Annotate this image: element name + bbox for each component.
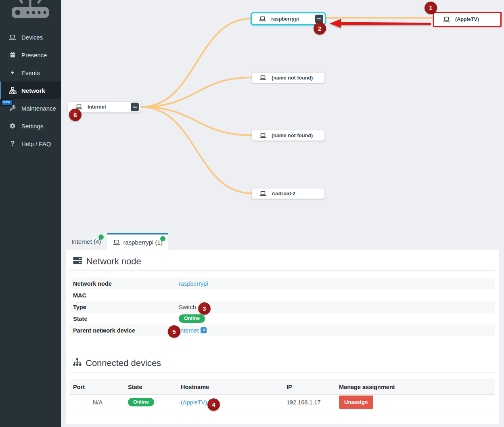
section-title-text: Network node — [86, 256, 141, 267]
sidebar-item-label: Help / FAQ — [21, 140, 51, 147]
sitemap-icon — [8, 87, 17, 94]
detail-row: MAC — [70, 289, 495, 301]
annotation-5: 5 — [168, 325, 180, 338]
detail-label: Network node — [70, 280, 179, 287]
sidebar-item-label: Settings — [21, 123, 43, 130]
column-header-hostname: Hostname — [178, 384, 284, 390]
sidebar: Devices Presence Events Network Maintena… — [0, 0, 61, 427]
column-header-state: State — [125, 384, 178, 390]
divider — [70, 270, 495, 271]
laptop-icon — [443, 17, 450, 22]
annotation-1: 1 — [425, 2, 437, 14]
sidebar-item-network[interactable]: Network — [0, 82, 61, 99]
sidebar-item-settings[interactable]: Settings — [0, 117, 61, 135]
sidebar-item-events[interactable]: Events — [0, 64, 61, 82]
laptop-icon — [113, 239, 120, 245]
node-label: (AppleTV) — [455, 17, 479, 22]
tab-internet[interactable]: Internet (4) — [66, 233, 107, 250]
parent-device-link[interactable]: Internet — [179, 327, 199, 334]
connected-devices-section-title: Connected devices — [73, 358, 499, 368]
online-dot — [98, 234, 104, 240]
collapse-minus-icon[interactable] — [315, 15, 323, 23]
laptop-icon — [259, 191, 266, 197]
topology-node-appletv[interactable]: (AppleTV) — [433, 12, 502, 27]
annotation-6: 6 — [69, 109, 82, 121]
wrench-icon — [8, 105, 17, 111]
laptop-icon — [8, 34, 17, 40]
annotation-2: 2 — [314, 22, 326, 35]
router-logo-icon — [10, 0, 50, 20]
connected-devices-table: Port State Hostname IP Manage assignment… — [70, 379, 495, 410]
sidebar-item-label: Events — [21, 69, 40, 76]
state-online-badge: Online — [128, 398, 154, 406]
detail-label: MAC — [70, 292, 179, 299]
red-arrow — [330, 19, 431, 28]
divider — [70, 372, 495, 373]
detail-label: State — [70, 316, 179, 322]
question-icon: ? — [8, 140, 17, 148]
sidebar-item-devices[interactable]: Devices — [0, 28, 61, 46]
section-title-text: Connected devices — [86, 358, 161, 368]
state-online-badge: Online — [179, 314, 205, 323]
node-label: raspberrypi — [271, 16, 299, 22]
detail-label: Type — [70, 304, 179, 310]
detail-panel: Network node Network node raspberrypi MA… — [66, 250, 499, 424]
node-label: (name not found) — [272, 75, 313, 81]
annotation-3: 3 — [198, 302, 211, 315]
sidebar-item-help[interactable]: ? Help / FAQ — [0, 135, 61, 153]
network-node-link[interactable]: raspberrypi — [179, 280, 208, 287]
server-icon — [73, 256, 83, 267]
column-header-port: Port — [70, 384, 125, 390]
topology-node-raspberrypi[interactable]: raspberrypi — [251, 12, 326, 25]
detail-row: Parent network device Internet — [70, 324, 495, 336]
laptop-icon — [259, 75, 266, 81]
detail-row: State Online — [70, 313, 495, 324]
sidebar-item-presence[interactable]: Presence — [0, 46, 61, 64]
annotation-4: 4 — [207, 398, 220, 411]
tab-raspberrypi[interactable]: raspberrypi (1) — [107, 233, 168, 250]
ip-value: 192.168.1.17 — [284, 399, 336, 406]
sidebar-item-label: Network — [21, 87, 45, 94]
node-label: Android-2 — [272, 191, 295, 197]
topology-node-android-2[interactable]: Android-2 — [252, 188, 325, 199]
unassign-button[interactable]: Unassign — [339, 396, 373, 409]
online-dot — [160, 236, 165, 241]
sidebar-item-label: Devices — [21, 34, 43, 41]
tab-label: Internet (4) — [71, 238, 101, 245]
table-header-row: Port State Hostname IP Manage assignment — [70, 379, 495, 395]
calendar-icon — [8, 52, 17, 58]
detail-label: Parent network device — [70, 327, 179, 334]
topology-node-unknown-1[interactable]: (name not found) — [252, 72, 325, 83]
network-node-details: Network node raspberrypi MAC Type Switch… — [70, 278, 495, 336]
network-topology: Internet raspberrypi (name not found) (n… — [61, 0, 504, 233]
type-value: Switch — [179, 304, 196, 310]
node-label: Internet — [88, 104, 106, 110]
laptop-icon — [259, 16, 266, 22]
detail-row: Network node raspberrypi — [70, 278, 495, 289]
sidebar-item-label: Presence — [21, 52, 47, 59]
laptop-icon — [259, 133, 266, 138]
bolt-icon — [8, 69, 17, 76]
column-header-manage: Manage assignment — [336, 384, 495, 390]
topology-node-unknown-2[interactable]: (name not found) — [252, 130, 325, 141]
collapse-minus-icon[interactable] — [131, 103, 139, 111]
network-node-section-title: Network node — [73, 256, 499, 267]
tab-label: raspberrypi (1) — [123, 239, 163, 246]
node-label: (name not found) — [272, 133, 313, 138]
new-badge: NEW — [1, 99, 13, 106]
hostname-link[interactable]: (AppleTV) — [181, 399, 207, 406]
detail-tabs: Internet (4) raspberrypi (1) — [66, 233, 169, 250]
sidebar-nav: Devices Presence Events Network Maintena… — [0, 28, 61, 153]
external-link-icon[interactable] — [201, 327, 207, 333]
sidebar-item-label: Maintenance — [21, 105, 56, 112]
table-row: N/A Online (AppleTV) 192.168.1.17 Unassi… — [70, 395, 495, 410]
port-value: N/A — [70, 399, 125, 406]
hierarchy-icon — [73, 358, 82, 368]
gear-icon — [8, 123, 17, 129]
detail-row: Type Switch — [70, 301, 495, 313]
column-header-ip: IP — [284, 384, 336, 390]
